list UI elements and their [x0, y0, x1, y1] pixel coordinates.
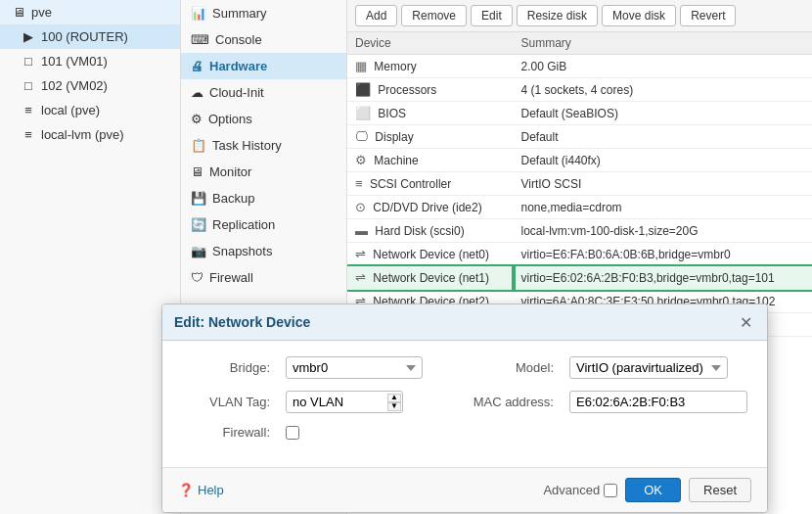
replication-icon: 🔄 — [191, 217, 206, 232]
vm-nav-summary-label: Summary — [212, 6, 267, 21]
sidebar-storage-local[interactable]: ≡ local (pve) — [0, 98, 180, 122]
storage-icon: ≡ — [22, 104, 35, 117]
footer-left: ❓ Help — [178, 483, 224, 497]
bridge-row: Bridge: vmbr0 vmbr1 vmbr2 — [182, 356, 434, 379]
add-button[interactable]: Add — [355, 5, 397, 26]
summary-cell: 2.00 GiB — [514, 55, 813, 78]
vm-nav-summary[interactable]: 📊 Summary — [181, 0, 346, 26]
storage-lvm-icon: ≡ — [22, 128, 35, 142]
vm-nav-backup-label: Backup — [212, 191, 254, 206]
help-label: Help — [198, 483, 224, 497]
device-icon: ⬜ — [355, 106, 371, 120]
col-device: Device — [347, 32, 514, 55]
device-cell: ⇌ Network Device (net1) — [347, 266, 514, 290]
tree-sidebar: 🖥 pve ▶ 100 (ROUTER) □ 101 (VM01) □ 102 … — [0, 0, 181, 514]
sidebar-vm-101[interactable]: □ 101 (VM01) — [0, 49, 180, 73]
form-col-left: Bridge: vmbr0 vmbr1 vmbr2 VLAN Tag: ▲ ▼ — [182, 356, 434, 451]
vm-nav-task-history[interactable]: 📋 Task History — [181, 132, 346, 159]
device-icon: ▦ — [355, 59, 367, 73]
summary-cell: local-lvm:vm-100-disk-1,size=20G — [514, 219, 813, 243]
advanced-checkbox[interactable] — [604, 484, 617, 497]
edit-button[interactable]: Edit — [471, 5, 513, 26]
vm-102-label: 102 (VM02) — [41, 78, 108, 93]
table-row[interactable]: ⬜ BIOS Default (SeaBIOS) — [347, 102, 812, 125]
resize-disk-button[interactable]: Resize disk — [517, 5, 598, 26]
model-select[interactable]: VirtIO (paravirtualized) Intel E1000 RTL… — [569, 356, 728, 379]
device-cell: 🖵 Display — [347, 125, 514, 149]
summary-cell: Default (SeaBIOS) — [514, 102, 813, 125]
form-section: Bridge: vmbr0 vmbr1 vmbr2 VLAN Tag: ▲ ▼ — [182, 356, 747, 451]
device-cell: ⬛ Processors — [347, 78, 514, 102]
close-dialog-button[interactable]: ✕ — [736, 312, 755, 332]
vm-nav-cloudinit[interactable]: ☁ Cloud-Init — [181, 79, 346, 106]
help-button[interactable]: ❓ Help — [178, 483, 224, 497]
vm-nav-console[interactable]: ⌨ Console — [181, 26, 346, 53]
vm-100-label: 100 (ROUTER) — [41, 29, 128, 44]
sidebar-vm-102[interactable]: □ 102 (VM02) — [0, 73, 180, 98]
dialog-footer: ❓ Help Advanced OK Reset — [162, 467, 767, 512]
vlan-row: VLAN Tag: ▲ ▼ — [182, 391, 434, 413]
vm-nav-console-label: Console — [215, 32, 262, 47]
vm-icon: □ — [22, 79, 35, 93]
vlan-spinner: ▲ ▼ — [286, 391, 403, 413]
revert-button[interactable]: Revert — [680, 5, 736, 26]
cloud-icon: ☁ — [191, 85, 203, 100]
summary-cell: none,media=cdrom — [514, 196, 813, 219]
table-row[interactable]: ⇌ Network Device (net0) virtio=E6:FA:B0:… — [347, 243, 812, 266]
device-icon: ⊙ — [355, 200, 366, 214]
vlan-label: VLAN Tag: — [182, 395, 270, 409]
ok-button[interactable]: OK — [625, 478, 681, 502]
device-cell: ▦ Memory — [347, 55, 514, 78]
remove-button[interactable]: Remove — [401, 5, 467, 26]
mac-input[interactable] — [569, 391, 747, 413]
mac-row: MAC address: — [466, 391, 747, 413]
table-row[interactable]: ⊙ CD/DVD Drive (ide2) none,media=cdrom — [347, 196, 812, 219]
summary-cell: VirtIO SCSI — [514, 172, 813, 196]
vm-nav-firewall-label: Firewall — [209, 270, 253, 285]
device-icon: ⇌ — [355, 270, 366, 285]
summary-cell: 4 (1 sockets, 4 cores) — [514, 78, 813, 102]
task-icon: 📋 — [191, 138, 206, 153]
table-row[interactable]: ▦ Memory 2.00 GiB — [347, 55, 812, 78]
mac-label: MAC address: — [466, 395, 554, 409]
bridge-select[interactable]: vmbr0 vmbr1 vmbr2 — [286, 356, 423, 379]
vlan-input[interactable] — [286, 391, 403, 413]
vm-nav-hardware[interactable]: 🖨 Hardware — [181, 53, 346, 79]
sidebar-storage-lvm[interactable]: ≡ local-lvm (pve) — [0, 122, 180, 147]
firewall-row: Firewall: — [182, 425, 434, 440]
sidebar-vm-100[interactable]: ▶ 100 (ROUTER) — [0, 24, 180, 49]
vm-nav-monitor-label: Monitor — [209, 164, 251, 179]
vm-nav-replication[interactable]: 🔄 Replication — [181, 211, 346, 238]
device-cell: ▬ Hard Disk (scsi0) — [347, 219, 514, 243]
table-row[interactable]: ⚙ Machine Default (i440fx) — [347, 149, 812, 172]
reset-button[interactable]: Reset — [689, 478, 751, 502]
server-icon: 🖥 — [12, 6, 25, 20]
snapshots-icon: 📷 — [191, 244, 206, 258]
vm-nav-firewall[interactable]: 🛡 Firewall — [181, 264, 346, 291]
summary-icon: 📊 — [191, 6, 206, 21]
table-row[interactable]: ▬ Hard Disk (scsi0) local-lvm:vm-100-dis… — [347, 219, 812, 243]
table-row[interactable]: 🖵 Display Default — [347, 125, 812, 149]
spinner-buttons: ▲ ▼ — [387, 394, 401, 411]
table-row[interactable]: ⬛ Processors 4 (1 sockets, 4 cores) — [347, 78, 812, 102]
vm-nav-snapshots[interactable]: 📷 Snapshots — [181, 238, 346, 264]
spinner-down[interactable]: ▼ — [387, 402, 401, 411]
move-disk-button[interactable]: Move disk — [602, 5, 676, 26]
table-row[interactable]: ≡ SCSI Controller VirtIO SCSI — [347, 172, 812, 196]
sidebar-node-pve[interactable]: 🖥 pve — [0, 0, 180, 24]
vm-nav-replication-label: Replication — [212, 217, 275, 232]
backup-icon: 💾 — [191, 191, 206, 206]
table-row[interactable]: ⇌ Network Device (net1) virtio=E6:02:6A:… — [347, 266, 812, 290]
bridge-label: Bridge: — [182, 360, 270, 375]
dialog-title: Edit: Network Device — [174, 314, 310, 330]
device-cell: ⊙ CD/DVD Drive (ide2) — [347, 196, 514, 219]
device-icon: ⇌ — [355, 247, 366, 261]
vm-nav-monitor[interactable]: 🖥 Monitor — [181, 159, 346, 185]
device-icon: ⬛ — [355, 82, 371, 97]
vm-nav-snapshots-label: Snapshots — [212, 244, 272, 258]
vm-nav-options[interactable]: ⚙ Options — [181, 106, 346, 132]
footer-right: Advanced OK Reset — [543, 478, 751, 502]
firewall-checkbox[interactable] — [286, 426, 299, 440]
vm-nav-backup[interactable]: 💾 Backup — [181, 185, 346, 211]
summary-cell: Default — [514, 125, 813, 149]
